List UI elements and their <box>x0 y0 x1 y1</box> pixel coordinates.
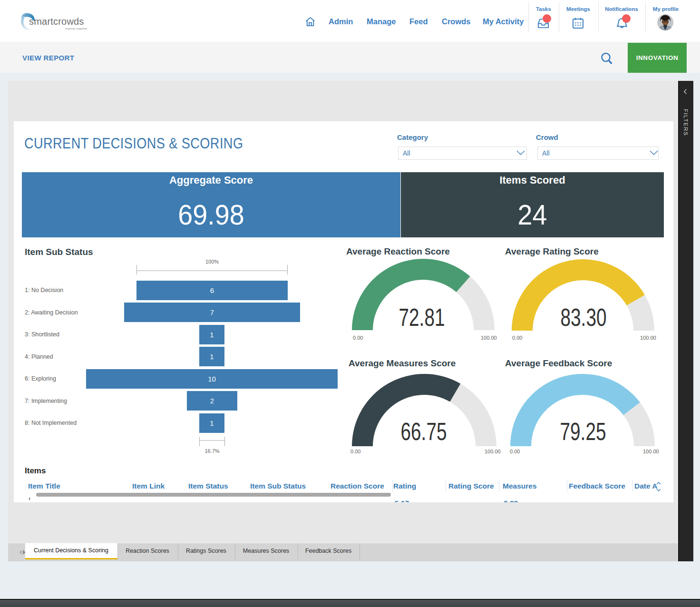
svg-text:16.7%: 16.7% <box>204 448 219 454</box>
svg-text:100%: 100% <box>205 259 219 264</box>
